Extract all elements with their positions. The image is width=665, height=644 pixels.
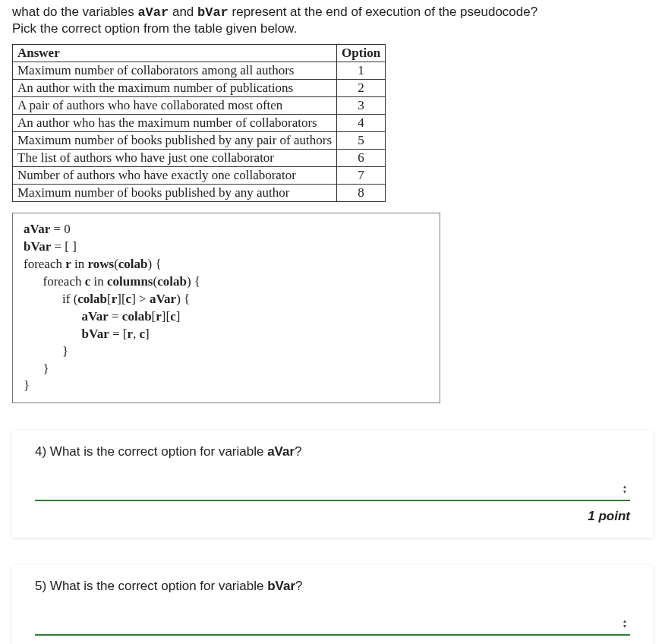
- code-token: if (: [24, 292, 77, 306]
- table-row: Maximum number of collaborators among al…: [13, 62, 386, 80]
- pseudocode-box: aVar = 0 bVar = [ ] foreach r in rows(co…: [12, 213, 440, 403]
- q4-input-row: ▴ ▾: [35, 479, 630, 501]
- intro-line-1: what do the variables aVar and bVar repr…: [12, 5, 653, 20]
- code-token: ] >: [131, 292, 150, 306]
- answer-cell: An author who has the maximum number of …: [13, 115, 337, 132]
- code-token: ) {: [187, 274, 200, 289]
- code-token: r: [156, 309, 162, 324]
- code-token: colab: [77, 292, 107, 306]
- code-token: = [ ]: [51, 239, 77, 254]
- intro-text: what do the variables: [12, 5, 137, 19]
- q5-prefix: 5) What is the correct option for variab…: [35, 579, 267, 593]
- header-option: Option: [337, 45, 386, 62]
- table-row: Maximum number of books published by any…: [13, 132, 386, 150]
- header-answer: Answer: [13, 45, 337, 62]
- option-cell: 3: [337, 97, 386, 115]
- code-token: = 0: [50, 222, 71, 236]
- table-row: An author with the maximum number of pub…: [13, 80, 386, 97]
- answer-cell: A pair of authors who have collaborated …: [13, 97, 337, 115]
- question-intro: what do the variables aVar and bVar repr…: [12, 5, 653, 36]
- option-cell: 1: [337, 62, 386, 80]
- code-token: c: [126, 292, 132, 306]
- code-token: c: [170, 309, 176, 324]
- table-row: The list of authors who have just one co…: [13, 150, 386, 167]
- code-token: =: [109, 309, 122, 324]
- q5-suffix: ?: [295, 579, 302, 593]
- code-token: colab: [122, 309, 152, 324]
- table-row: A pair of authors who have collaborated …: [13, 97, 386, 115]
- code-token: }: [24, 344, 68, 358]
- code-token: ][: [117, 292, 125, 306]
- table-row: Maximum number of books published by any…: [13, 185, 386, 202]
- option-cell: 2: [337, 80, 386, 97]
- answer-cell: Maximum number of collaborators among al…: [13, 62, 337, 80]
- chevron-down-icon: ▾: [623, 489, 626, 494]
- code-token: aVar: [24, 222, 50, 236]
- code-token: bVar: [82, 327, 109, 341]
- code-token: foreach: [24, 274, 85, 289]
- code-token: ) {: [148, 257, 162, 271]
- answer-option-table: Answer Option Maximum number of collabor…: [12, 44, 386, 202]
- intro-line-2: Pick the correct option from the table g…: [12, 21, 653, 36]
- code-token: ]: [176, 309, 181, 324]
- code-token: c: [140, 327, 146, 341]
- q4-var: aVar: [267, 444, 295, 459]
- table-row: Number of authors who have exactly one c…: [13, 167, 386, 185]
- code-token: ][: [162, 309, 170, 324]
- code-token: r: [127, 327, 133, 341]
- code-token: aVar: [150, 292, 176, 306]
- chevron-down-icon: ▾: [623, 623, 626, 629]
- var-bvar: bVar: [197, 5, 228, 20]
- code-token: [24, 309, 82, 324]
- code-token: colab: [157, 274, 187, 289]
- q4-prefix: 4) What is the correct option for variab…: [35, 444, 267, 459]
- code-token: }: [24, 361, 49, 376]
- q5-number-input[interactable]: [35, 614, 619, 633]
- code-token: columns: [107, 274, 153, 289]
- q5-stepper[interactable]: ▴ ▾: [619, 617, 630, 630]
- question-5-text: 5) What is the correct option for variab…: [35, 579, 630, 594]
- code-token: ]: [145, 327, 150, 341]
- code-token: in: [90, 274, 107, 289]
- question-4-text: 4) What is the correct option for variab…: [35, 444, 630, 459]
- option-cell: 5: [337, 132, 386, 150]
- table-row: An author who has the maximum number of …: [13, 115, 386, 132]
- code-token: ) {: [176, 292, 190, 306]
- table-header-row: Answer Option: [13, 45, 386, 62]
- code-token: = [: [109, 327, 128, 341]
- code-token: bVar: [24, 239, 51, 254]
- question-4-block: 4) What is the correct option for variab…: [12, 431, 653, 538]
- answer-cell: Number of authors who have exactly one c…: [13, 167, 337, 185]
- option-cell: 6: [337, 150, 386, 167]
- answer-cell: Maximum number of books published by any…: [13, 132, 337, 150]
- code-token: r: [65, 257, 71, 271]
- code-token: in: [71, 257, 88, 271]
- code-token: aVar: [82, 309, 109, 324]
- q4-stepper[interactable]: ▴ ▾: [619, 483, 630, 495]
- option-cell: 7: [337, 167, 386, 185]
- q5-var: bVar: [267, 579, 295, 593]
- option-cell: 4: [337, 115, 386, 132]
- answer-cell: An author with the maximum number of pub…: [13, 80, 337, 97]
- q4-number-input[interactable]: [35, 479, 619, 498]
- option-cell: 8: [337, 185, 386, 202]
- answer-cell: Maximum number of books published by any…: [13, 185, 337, 202]
- code-token: rows: [88, 257, 115, 271]
- code-token: ,: [133, 327, 140, 341]
- q5-input-row: ▴ ▾: [35, 614, 630, 636]
- intro-text: and: [169, 5, 197, 19]
- code-token: colab: [118, 257, 148, 271]
- question-5-block: 5) What is the correct option for variab…: [12, 565, 653, 644]
- var-avar: aVar: [137, 5, 169, 20]
- code-token: [24, 327, 82, 341]
- q4-suffix: ?: [295, 444, 301, 459]
- answer-cell: The list of authors who have just one co…: [13, 150, 337, 167]
- intro-text: represent at the end of execution of the…: [228, 5, 537, 19]
- code-token: foreach: [24, 257, 65, 271]
- q4-points: 1 point: [35, 509, 630, 524]
- code-token: }: [24, 378, 30, 393]
